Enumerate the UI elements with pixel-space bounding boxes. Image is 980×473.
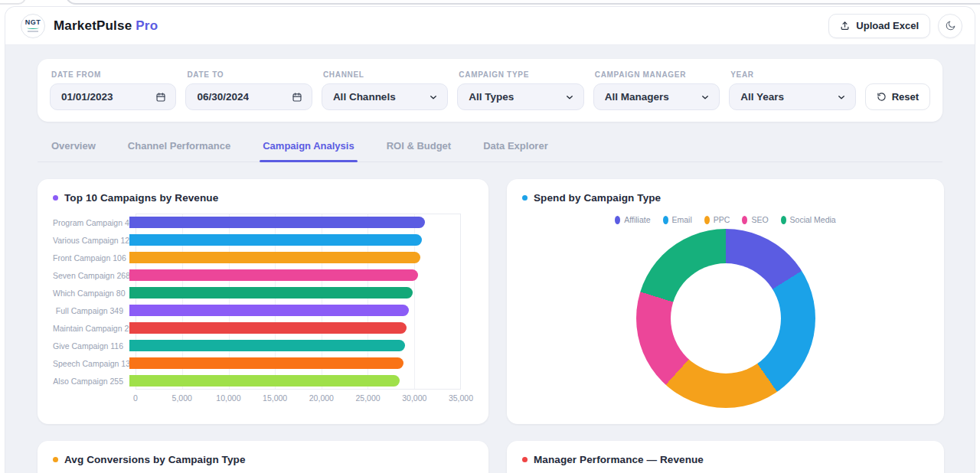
filter-label: YEAR	[730, 70, 855, 79]
bar-track	[129, 322, 461, 334]
reset-icon	[877, 92, 887, 102]
title-dot	[53, 457, 58, 462]
tab-bar: OverviewChannel PerformanceCampaign Anal…	[38, 135, 942, 162]
bar-program-campaign-405	[129, 217, 425, 228]
filter-value: 06/30/2024	[197, 91, 249, 103]
moon-icon	[945, 20, 956, 31]
bar-row: Speech Campaign 130	[53, 354, 473, 372]
upload-icon	[840, 21, 850, 31]
app-header: NGT MarketPulse Pro Upload Excel	[5, 7, 975, 45]
filter-value: All Types	[469, 91, 514, 103]
brand-title: MarketPulse	[54, 18, 132, 33]
chart-title: Manager Performance — Revenue	[534, 454, 704, 465]
x-axis-ticks: 05,00010,00015,00020,00025,00030,00035,0…	[136, 393, 461, 405]
select-year[interactable]: All Years	[729, 83, 855, 110]
dark-mode-toggle[interactable]	[938, 14, 962, 38]
x-tick-label: 5,000	[172, 393, 192, 403]
upload-excel-button[interactable]: Upload Excel	[828, 14, 930, 38]
filter-group-date-from: DATE FROM01/01/2023	[50, 69, 176, 110]
chevron-down-icon	[429, 93, 438, 102]
legend-item-email[interactable]: Email	[663, 215, 692, 224]
calendar-icon	[292, 92, 302, 103]
card-title-row: Spend by Campaign Type	[507, 179, 944, 204]
bar-row: Which Campaign 80	[53, 284, 473, 302]
bar-give-campaign-116	[129, 340, 405, 351]
donut-hole	[671, 263, 781, 374]
card-title-row: Top 10 Campaigns by Revenue	[38, 179, 488, 204]
bar-speech-campaign-130	[129, 357, 403, 369]
tab-data-explorer[interactable]: Data Explorer	[482, 135, 550, 161]
legend-label: SEO	[751, 215, 768, 224]
bar-category-label: Give Campaign 116	[53, 341, 129, 351]
filter-label: DATE FROM	[51, 70, 176, 79]
chevron-down-icon	[565, 93, 574, 102]
logo-swoosh	[27, 27, 39, 29]
card-manager-performance: Manager Performance — Revenue 1200 000	[507, 441, 944, 473]
tab-roi-budget[interactable]: ROI & Budget	[385, 135, 453, 161]
tab-overview[interactable]: Overview	[50, 135, 97, 161]
reset-filters-button[interactable]: Reset	[865, 83, 930, 110]
bar-row: Program Campaign 405	[53, 214, 473, 231]
calendar-icon	[155, 92, 166, 103]
browser-chrome-remnant	[0, 0, 980, 6]
legend-label: Affiliate	[624, 215, 650, 224]
filter-group-year: YEARAll Years	[729, 69, 855, 110]
chevron-down-icon	[837, 93, 846, 102]
bar-category-label: Various Campaign 121	[53, 236, 129, 245]
card-spend-by-type: Spend by Campaign Type AffiliateEmailPPC…	[507, 179, 944, 424]
card-title-row: Manager Performance — Revenue	[507, 441, 944, 465]
bar-category-label: Front Campaign 106	[53, 253, 129, 263]
bar-seven-campaign-268	[129, 269, 418, 281]
horizontal-bar-chart: Program Campaign 405Various Campaign 121…	[53, 214, 473, 405]
x-tick-label: 15,000	[263, 393, 287, 403]
select-channel[interactable]: All Channels	[322, 83, 448, 110]
legend-item-affiliate[interactable]: Affiliate	[615, 215, 650, 224]
filter-label: CAMPAIGN TYPE	[459, 70, 583, 79]
filter-value: All Channels	[333, 91, 396, 103]
legend-label: Email	[672, 215, 692, 224]
legend-label: PPC	[714, 215, 730, 224]
filter-group-date-to: DATE TO06/30/2024	[185, 69, 312, 110]
bar-various-campaign-121	[129, 234, 422, 246]
bar-row: Also Campaign 255	[53, 372, 473, 390]
upload-label: Upload Excel	[856, 20, 919, 31]
title-dot	[522, 457, 528, 462]
filter-label: CHANNEL	[323, 70, 448, 79]
bar-row: Give Campaign 116	[53, 337, 473, 354]
charts-grid: Top 10 Campaigns by Revenue Program Camp…	[38, 179, 942, 473]
bar-track	[129, 217, 461, 228]
filter-bar: DATE FROM01/01/2023DATE TO06/30/2024CHAN…	[38, 59, 942, 122]
legend-dot	[781, 216, 786, 224]
select-campaign-manager[interactable]: All Managers	[593, 83, 720, 110]
x-tick-label: 10,000	[216, 393, 240, 403]
card-top-campaigns: Top 10 Campaigns by Revenue Program Camp…	[38, 179, 488, 424]
filter-value: 01/01/2023	[61, 91, 113, 103]
bar-front-campaign-106	[129, 252, 420, 263]
logo-text: NGT	[25, 19, 41, 26]
bar-row: Maintain Campaign 299	[53, 319, 473, 337]
app-root: NGT MarketPulse Pro Upload Excel	[5, 6, 975, 473]
select-campaign-type[interactable]: All Types	[457, 83, 583, 110]
donut-chart	[636, 229, 815, 408]
bar-row: Front Campaign 106	[53, 249, 473, 266]
bar-track	[129, 287, 461, 298]
title-dot	[53, 195, 58, 201]
address-bar-edge	[65, 0, 980, 5]
legend-label: Social Media	[790, 215, 836, 224]
legend-item-ppc[interactable]: PPC	[704, 215, 730, 224]
bar-category-label: Also Campaign 255	[53, 377, 129, 386]
filter-value: All Years	[740, 91, 784, 103]
bar-category-label: Program Campaign 405	[53, 218, 129, 227]
logo-tagline	[28, 31, 38, 32]
tab-channel-performance[interactable]: Channel Performance	[126, 135, 232, 161]
legend-item-seo[interactable]: SEO	[742, 215, 768, 224]
tab-campaign-analysis[interactable]: Campaign Analysis	[261, 135, 355, 161]
legend-dot	[663, 216, 668, 224]
date-input-date-from[interactable]: 01/01/2023	[50, 83, 176, 110]
legend-item-social-media[interactable]: Social Media	[781, 215, 836, 224]
bar-track	[129, 357, 461, 369]
chart-title: Top 10 Campaigns by Revenue	[64, 192, 218, 204]
filter-value: All Managers	[605, 91, 669, 103]
date-input-date-to[interactable]: 06/30/2024	[185, 83, 312, 110]
browser-tab-edge	[0, 0, 26, 5]
